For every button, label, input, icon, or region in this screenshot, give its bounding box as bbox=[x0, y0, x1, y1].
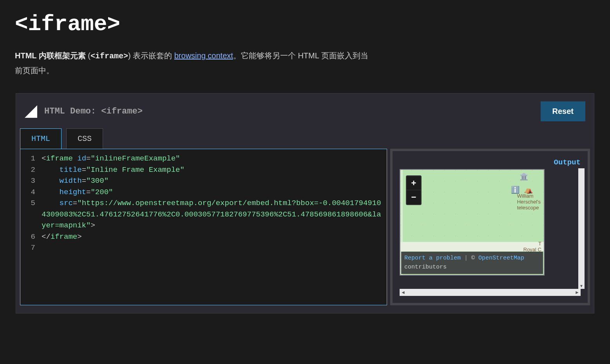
line-number: 3 bbox=[26, 175, 35, 187]
editor-tabs: HTML CSS bbox=[16, 124, 594, 149]
line-number: 2 bbox=[26, 164, 35, 176]
reset-button[interactable]: Reset bbox=[541, 101, 585, 121]
scroll-right-icon[interactable]: ► bbox=[574, 289, 581, 296]
demo-title: HTML Demo: <iframe> bbox=[44, 106, 143, 116]
scroll-left-icon[interactable]: ◄ bbox=[400, 289, 407, 296]
demo-header: HTML Demo: <iframe> Reset bbox=[16, 94, 594, 124]
intro-paren-open: ( bbox=[86, 51, 91, 60]
code-line-2: title="Inline Frame Example" bbox=[42, 164, 381, 176]
zoom-in-button[interactable]: + bbox=[407, 176, 421, 190]
tab-html[interactable]: HTML bbox=[20, 128, 62, 149]
museum-icon: 🏛️ bbox=[519, 172, 528, 181]
demo-logo-icon bbox=[25, 105, 37, 118]
scrollbar-track[interactable] bbox=[407, 289, 574, 296]
scroll-down-icon[interactable]: ▼ bbox=[578, 283, 585, 289]
vertical-scrollbar[interactable]: ▼ bbox=[578, 168, 585, 289]
code-line-3: width="300" bbox=[42, 175, 381, 187]
code-editor[interactable]: 1 <iframe id="inlineFrameExample" 2 titl… bbox=[20, 149, 387, 305]
line-number: 6 bbox=[26, 231, 35, 243]
code-line-5: src="https://www.openstreetmap.org/expor… bbox=[42, 198, 381, 231]
panels: 1 <iframe id="inlineFrameExample" 2 titl… bbox=[16, 149, 594, 313]
line-number: 4 bbox=[26, 187, 35, 198]
code-line-1: <iframe id="inlineFrameExample" bbox=[42, 153, 381, 164]
intro-lead: HTML 内联框架元素 bbox=[15, 51, 86, 60]
demo-container: HTML Demo: <iframe> Reset HTML CSS 1 <if… bbox=[16, 93, 594, 314]
intro-paragraph: HTML 内联框架元素 (<iframe>) 表示嵌套的 browsing co… bbox=[15, 49, 375, 77]
page-title: <iframe> bbox=[15, 12, 610, 37]
output-label: Output bbox=[400, 158, 581, 167]
zoom-out-button[interactable]: − bbox=[407, 190, 421, 204]
line-number: 7 bbox=[26, 242, 35, 254]
code-line-4: height="200" bbox=[42, 187, 381, 198]
code-line-7 bbox=[42, 242, 381, 254]
intro-code: <iframe> bbox=[91, 52, 128, 61]
map-zoom-controls: + − bbox=[406, 175, 422, 205]
map-iframe[interactable]: + − 🏛️ ℹ️ ⛺ William Herschel's telescope… bbox=[400, 169, 545, 276]
map-poi-label-william-herschel: William Herschel's telescope bbox=[517, 193, 541, 211]
horizontal-scrollbar[interactable]: ◄ ► bbox=[400, 289, 581, 296]
openstreetmap-link[interactable]: OpenStreetMap bbox=[478, 255, 524, 261]
copyright-symbol: © bbox=[471, 255, 478, 261]
output-panel: Output + − 🏛️ ℹ️ ⛺ William Herschel's te… bbox=[390, 149, 590, 305]
contributors-text: contributors bbox=[404, 264, 447, 270]
report-problem-link[interactable]: Report a problem bbox=[404, 255, 461, 261]
map-attribution: Report a problem | © OpenStreetMap contr… bbox=[401, 252, 543, 274]
map-poi-label-royal: T Royal C bbox=[523, 241, 541, 253]
intro-paren-close: ) bbox=[128, 51, 133, 60]
line-number: 1 bbox=[26, 153, 35, 164]
code-line-6: </iframe> bbox=[42, 231, 381, 243]
intro-text-1: 表示嵌套的 bbox=[133, 51, 174, 60]
attribution-separator: | bbox=[461, 255, 471, 261]
tab-css[interactable]: CSS bbox=[66, 128, 103, 149]
browsing-context-link[interactable]: browsing context bbox=[174, 51, 233, 60]
line-number: 5 bbox=[26, 198, 35, 231]
